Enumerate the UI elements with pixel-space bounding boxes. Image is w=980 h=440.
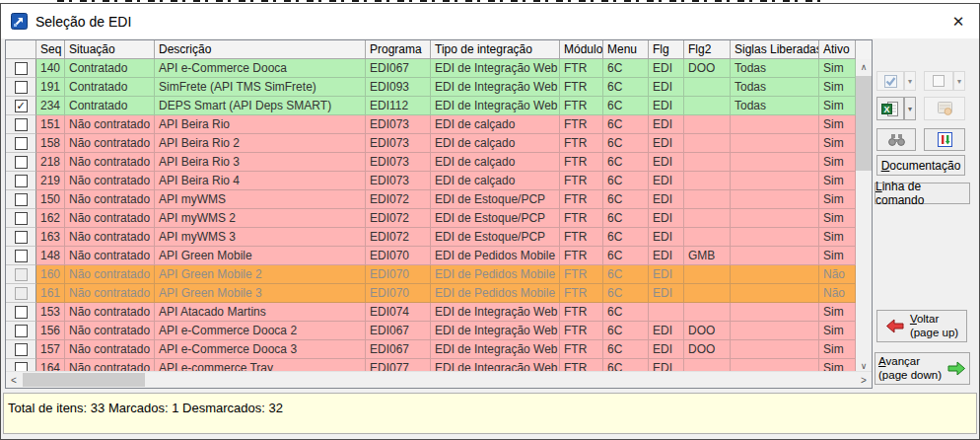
- cell-modulo: FTR: [560, 209, 603, 228]
- table-row[interactable]: 218Não contratadoAPI Beira Rio 3EDI073ED…: [6, 153, 856, 172]
- row-checkbox[interactable]: ✓: [15, 100, 28, 112]
- cell-seq: 158: [36, 134, 65, 153]
- row-checkbox[interactable]: [15, 306, 28, 319]
- linha-de-comando-button[interactable]: Linha de comando: [875, 183, 970, 204]
- cell-modulo: FTR: [560, 153, 603, 172]
- scroll-left-icon[interactable]: <: [6, 372, 22, 388]
- row-checkbox[interactable]: [15, 175, 28, 187]
- table-row[interactable]: 163Não contratadoAPI myWMS 3EDI072EDI de…: [6, 228, 856, 247]
- select-column-header[interactable]: [6, 40, 36, 59]
- scroll-right-icon[interactable]: >: [856, 372, 872, 388]
- column-header[interactable]: Situação: [65, 40, 155, 59]
- cell-ativo: Sim: [819, 97, 856, 115]
- cell-siglas: [731, 247, 819, 265]
- uncheck-all-button[interactable]: [924, 71, 953, 91]
- table-row[interactable]: 148Não contratadoAPI Green MobileEDI070E…: [6, 247, 856, 265]
- table-row[interactable]: 191ContratadoSimFrete (API TMS SimFrete)…: [6, 78, 856, 97]
- row-select-cell[interactable]: [6, 134, 36, 153]
- row-checkbox[interactable]: [15, 62, 28, 75]
- row-checkbox[interactable]: [15, 193, 28, 206]
- row-checkbox[interactable]: [15, 212, 28, 225]
- vertical-scrollbar[interactable]: ∧ ∨: [856, 59, 872, 374]
- check-all-dropdown[interactable]: ▾: [904, 71, 916, 91]
- cell-tipo: EDI de Integração Web: [431, 78, 560, 97]
- row-select-cell[interactable]: [6, 322, 36, 340]
- cell-menu: 6C: [603, 284, 649, 303]
- cell-menu: 6C: [603, 78, 649, 97]
- row-checkbox[interactable]: [15, 156, 28, 169]
- table-row[interactable]: 160Não contratadoAPI Green Mobile 2EDI07…: [6, 265, 856, 284]
- row-select-cell[interactable]: [6, 340, 36, 359]
- row-select-cell[interactable]: [6, 265, 36, 284]
- cell-siglas: [731, 228, 819, 247]
- row-select-cell[interactable]: [6, 115, 36, 134]
- cell-tipo: EDI de Integração Web: [431, 303, 560, 322]
- column-header[interactable]: Programa: [366, 40, 431, 59]
- column-header[interactable]: Descrição: [155, 40, 366, 59]
- table-row[interactable]: 162Não contratadoAPI myWMS 2EDI072EDI de…: [6, 209, 856, 228]
- export-dropdown[interactable]: ▾: [904, 97, 916, 120]
- column-header[interactable]: Flg2: [684, 40, 731, 59]
- table-row[interactable]: 140ContratadoAPI e-Commerce DoocaEDI067E…: [6, 59, 856, 78]
- export-excel-button[interactable]: X: [876, 97, 904, 120]
- row-checkbox[interactable]: [15, 343, 28, 356]
- sort-sequence-icon: [937, 131, 953, 148]
- column-header[interactable]: Flg: [649, 40, 684, 59]
- row-select-cell[interactable]: ✓: [6, 97, 36, 115]
- row-select-cell[interactable]: [6, 303, 36, 322]
- row-checkbox[interactable]: [15, 231, 28, 244]
- green-arrow-right-icon: [946, 360, 966, 377]
- horizontal-scrollbar-thumb[interactable]: [23, 373, 145, 387]
- cell-flg: EDI: [649, 340, 684, 359]
- cell-situacao: Não contratado: [65, 115, 155, 134]
- edit-record-button[interactable]: [924, 97, 965, 120]
- cell-modulo: FTR: [560, 59, 603, 78]
- table-row[interactable]: 153Não contratadoAPI Atacado MartinsEDI0…: [6, 303, 856, 322]
- table-row[interactable]: 158Não contratadoAPI Beira Rio 2EDI073ED…: [6, 134, 856, 153]
- table-row[interactable]: ✓234ContratadoDEPS Smart (API Deps SMART…: [6, 97, 856, 115]
- row-checkbox[interactable]: [15, 325, 28, 337]
- cell-seq: 156: [36, 322, 65, 340]
- svg-text:X: X: [883, 104, 889, 113]
- cell-tipo: EDI de Integração Web: [431, 340, 560, 359]
- row-checkbox[interactable]: [15, 250, 28, 262]
- cell-menu: 6C: [603, 228, 649, 247]
- row-select-cell[interactable]: [6, 228, 36, 247]
- column-header[interactable]: Seq: [36, 40, 65, 59]
- row-select-cell[interactable]: [6, 247, 36, 265]
- reorder-button[interactable]: [924, 128, 965, 151]
- column-header[interactable]: Tipo de integração: [431, 40, 560, 59]
- row-select-cell[interactable]: [6, 209, 36, 228]
- table-row[interactable]: 161Não contratadoAPI Green Mobile 3EDI07…: [6, 284, 856, 303]
- search-button[interactable]: [876, 128, 916, 151]
- table-row[interactable]: 151Não contratadoAPI Beira RioEDI073EDI …: [6, 115, 856, 134]
- row-select-cell[interactable]: [6, 78, 36, 97]
- scroll-up-icon[interactable]: ∧: [856, 59, 872, 75]
- voltar-page-up-button[interactable]: Voltar (page up): [876, 310, 967, 342]
- check-all-button[interactable]: [876, 71, 904, 91]
- row-checkbox[interactable]: [15, 81, 28, 94]
- cell-modulo: FTR: [560, 190, 603, 209]
- row-checkbox[interactable]: [15, 137, 28, 150]
- cell-flg2: [684, 190, 731, 209]
- avancar-page-down-button[interactable]: Avançar (page down): [875, 352, 970, 385]
- column-header[interactable]: Menu: [603, 40, 649, 59]
- column-header[interactable]: Siglas Liberadas: [731, 40, 819, 59]
- column-header[interactable]: Ativo: [819, 40, 856, 59]
- table-row[interactable]: 156Não contratadoAPI e-Commerce Dooca 2E…: [6, 322, 856, 340]
- column-header[interactable]: Módulo: [560, 40, 603, 59]
- row-select-cell[interactable]: [6, 59, 36, 78]
- table-row[interactable]: 219Não contratadoAPI Beira Rio 4EDI073ED…: [6, 172, 856, 190]
- table-row[interactable]: 150Não contratadoAPI myWMSEDI072EDI de E…: [6, 190, 856, 209]
- row-checkbox[interactable]: [15, 118, 28, 131]
- row-select-cell[interactable]: [6, 172, 36, 190]
- row-select-cell[interactable]: [6, 284, 36, 303]
- table-row[interactable]: 157Não contratadoAPI e-Commerce Dooca 3E…: [6, 340, 856, 359]
- row-select-cell[interactable]: [6, 190, 36, 209]
- close-icon[interactable]: ✕: [938, 7, 979, 37]
- horizontal-scrollbar[interactable]: < >: [6, 371, 872, 388]
- row-select-cell[interactable]: [6, 153, 36, 172]
- documentacao-button[interactable]: Documentação: [876, 155, 965, 176]
- vertical-scrollbar-thumb[interactable]: [856, 76, 872, 171]
- uncheck-all-dropdown[interactable]: ▾: [953, 71, 965, 91]
